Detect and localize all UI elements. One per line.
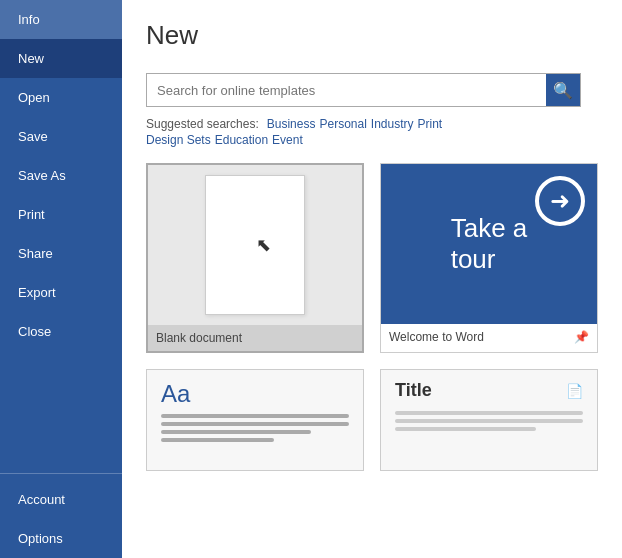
tour-label-row: Welcome to Word 📌 <box>381 324 597 350</box>
aa-letter: Aa <box>161 380 349 408</box>
aa-line-4 <box>161 438 274 442</box>
template-grid: ⬉ Blank document ➜ Take a tour Welcome t… <box>146 163 598 471</box>
document-icon: 📄 <box>566 383 583 399</box>
tour-text: Take a tour <box>435 213 544 275</box>
sidebar-item-save[interactable]: Save <box>0 117 122 156</box>
suggested-link-education[interactable]: Education <box>215 133 268 147</box>
sidebar-item-account[interactable]: Account <box>0 480 122 519</box>
blank-doc-page <box>205 175 305 315</box>
search-button[interactable]: 🔍 <box>546 74 580 106</box>
aa-card-preview: Aa <box>147 370 363 470</box>
sidebar-item-new[interactable]: New <box>0 39 122 78</box>
search-icon: 🔍 <box>553 81 573 100</box>
blank-card-preview: ⬉ <box>148 165 362 325</box>
search-input[interactable] <box>147 83 546 98</box>
sidebar-item-print[interactable]: Print <box>0 195 122 234</box>
suggested-searches-row2: Design Sets Education Event <box>146 133 598 147</box>
title-line-1 <box>395 411 583 415</box>
suggested-link-print[interactable]: Print <box>418 117 443 131</box>
search-bar: 🔍 <box>146 73 581 107</box>
suggested-searches: Suggested searches: Business Personal In… <box>146 117 598 131</box>
sidebar-item-save-as[interactable]: Save As <box>0 156 122 195</box>
sidebar-item-open[interactable]: Open <box>0 78 122 117</box>
sidebar-item-share[interactable]: Share <box>0 234 122 273</box>
suggested-link-design-sets[interactable]: Design Sets <box>146 133 211 147</box>
pin-icon: 📌 <box>574 330 589 344</box>
page-title: New <box>146 20 598 51</box>
aa-line-3 <box>161 430 311 434</box>
title-line-2 <box>395 419 583 423</box>
blank-label: Blank document <box>156 331 242 345</box>
title-card-preview: Title 📄 <box>381 370 597 470</box>
sidebar-item-options[interactable]: Options <box>0 519 122 558</box>
blank-label-row: Blank document <box>148 325 362 351</box>
sidebar-item-export[interactable]: Export <box>0 273 122 312</box>
suggested-link-business[interactable]: Business <box>267 117 316 131</box>
tour-label: Welcome to Word <box>389 330 484 344</box>
suggested-link-personal[interactable]: Personal <box>319 117 366 131</box>
aa-line-2 <box>161 422 349 426</box>
sidebar-item-close[interactable]: Close <box>0 312 122 351</box>
sidebar-bottom: Account Options <box>0 467 122 558</box>
suggested-label: Suggested searches: <box>146 117 259 131</box>
title-text: Title <box>395 380 432 401</box>
aa-lines <box>161 414 349 442</box>
title-lines <box>395 411 583 431</box>
suggested-link-industry[interactable]: Industry <box>371 117 414 131</box>
sidebar-item-info[interactable]: Info <box>0 0 122 39</box>
template-title[interactable]: Title 📄 <box>380 369 598 471</box>
title-line-3 <box>395 427 536 431</box>
sidebar: Info New Open Save Save As Print Share E… <box>0 0 122 558</box>
main-content: New 🔍 Suggested searches: Business Perso… <box>122 0 622 558</box>
tour-arrow-icon: ➜ <box>535 176 585 226</box>
template-tour[interactable]: ➜ Take a tour Welcome to Word 📌 <box>380 163 598 353</box>
template-blank[interactable]: ⬉ Blank document <box>146 163 364 353</box>
suggested-link-event[interactable]: Event <box>272 133 303 147</box>
template-aa[interactable]: Aa <box>146 369 364 471</box>
aa-line-1 <box>161 414 349 418</box>
title-header: Title 📄 <box>395 380 583 401</box>
tour-card-preview: ➜ Take a tour <box>381 164 597 324</box>
